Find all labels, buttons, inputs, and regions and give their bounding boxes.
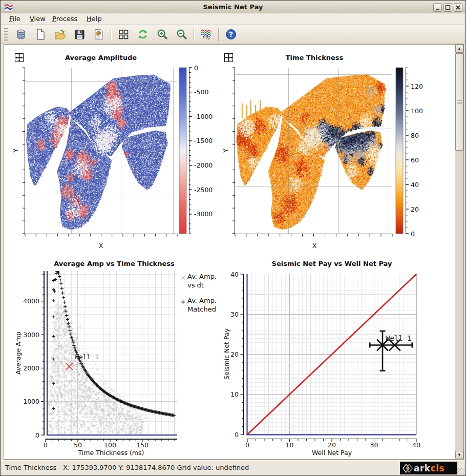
map2-title: Time Thickness xyxy=(286,54,344,61)
zoom-in-icon xyxy=(156,28,168,40)
netpay-xlabel: Well Net Pay xyxy=(312,449,352,457)
toolbar-separator xyxy=(111,28,112,41)
colorbar-tick: -1000 xyxy=(194,113,213,120)
average-amplitude-map-canvas[interactable] xyxy=(25,68,177,234)
titlebar[interactable]: Seismic Net Pay xyxy=(1,1,465,13)
svg-text:3000: 3000 xyxy=(23,331,39,339)
logo-cls: cls xyxy=(431,463,445,473)
svg-text:?: ? xyxy=(229,30,233,38)
scroll-up-button[interactable]: ▲ xyxy=(455,45,463,53)
statusbar: Time Thickness - X: 175393.9700 Y: 91381… xyxy=(1,460,465,476)
report-icon xyxy=(93,28,105,40)
svg-text:10: 10 xyxy=(230,390,239,398)
zoom-out-button[interactable] xyxy=(174,27,189,42)
maximize-button[interactable] xyxy=(443,3,452,12)
vertical-scrollbar[interactable]: ▲ ▼ xyxy=(455,45,463,459)
resize-grip[interactable] xyxy=(457,468,464,475)
database-button[interactable] xyxy=(13,27,29,42)
help-button[interactable]: ? xyxy=(223,27,239,42)
toolbar: ntg ? xyxy=(1,25,465,44)
menubar: File View Process Help xyxy=(1,13,465,25)
arkcls-logo: arkcls xyxy=(400,462,457,474)
plot-panel: 0-500-1000-1500-2000-2500-30001201008060… xyxy=(4,45,455,459)
svg-text:0: 0 xyxy=(235,431,239,439)
netpay-title: Seismic Net Pay vs Well Net Pay xyxy=(272,260,392,267)
content-area: 0-500-1000-1500-2000-2500-30001201008060… xyxy=(4,44,464,460)
svg-text:1000: 1000 xyxy=(23,398,39,405)
map1-xlabel: X xyxy=(99,242,103,250)
colorbar-tick: -2500 xyxy=(194,186,213,194)
colorbar-tick: -500 xyxy=(194,88,208,96)
colorbar-tick: -2000 xyxy=(194,161,213,169)
arkcls-diamond-icon xyxy=(402,463,414,474)
crossplot-canvas[interactable] xyxy=(46,271,177,435)
toolbar-separator xyxy=(194,28,195,41)
ntg-button[interactable]: ntg xyxy=(199,27,214,42)
app-window: Seismic Net Pay File View Process Help xyxy=(0,0,466,476)
open-button[interactable] xyxy=(52,27,68,42)
svg-text:10: 10 xyxy=(286,441,294,449)
svg-text:50: 50 xyxy=(74,441,82,449)
svg-text:Well 1: Well 1 xyxy=(386,334,412,342)
map2-xlabel: X xyxy=(312,242,317,250)
toolbar-drag-handle[interactable] xyxy=(4,28,8,41)
pan-icon[interactable] xyxy=(15,53,24,64)
svg-text:100: 100 xyxy=(104,441,116,449)
help-icon: ? xyxy=(225,28,237,40)
zoom-in-button[interactable] xyxy=(155,27,170,42)
legend-item: Av. Amp. Matched xyxy=(181,296,228,314)
colorbar-tick: 0 xyxy=(194,64,198,72)
refresh-button[interactable] xyxy=(135,27,151,42)
pan-icon[interactable] xyxy=(224,53,233,64)
time-thickness-map-canvas[interactable] xyxy=(235,68,392,234)
svg-text:0: 0 xyxy=(35,431,39,439)
crossplot-legend: Av. Amp. vs dt Av. Amp. Matched xyxy=(181,272,228,320)
minimize-button[interactable] xyxy=(433,3,442,12)
colorbar-tick: 20 xyxy=(411,205,419,213)
save-button[interactable] xyxy=(72,27,87,42)
svg-text:0: 0 xyxy=(44,441,48,449)
new-document-button[interactable] xyxy=(33,27,48,42)
svg-text:30: 30 xyxy=(370,441,378,449)
crossplot-ylabel: Average Amp xyxy=(14,332,22,375)
tile-windows-button[interactable] xyxy=(116,27,131,42)
svg-text:2000: 2000 xyxy=(23,364,39,372)
colorbar-tick: 120 xyxy=(411,82,423,90)
crossplot-title: Average Amp vs Time Thickness xyxy=(54,260,175,267)
legend-label: Av. Amp. vs dt xyxy=(187,272,217,289)
colorbar-tick: 80 xyxy=(411,132,419,139)
svg-text:4000: 4000 xyxy=(23,297,39,305)
plus-marker-icon xyxy=(181,296,187,314)
save-icon xyxy=(73,28,86,40)
zoom-out-icon xyxy=(176,28,188,40)
ntg-label: ntg xyxy=(203,35,209,39)
legend-label: Av. Amp. Matched xyxy=(187,296,217,314)
open-folder-icon xyxy=(54,28,66,40)
close-button[interactable] xyxy=(454,3,462,12)
tile-windows-icon xyxy=(117,28,130,40)
refresh-icon xyxy=(137,28,149,40)
svg-text:20: 20 xyxy=(230,350,239,358)
map2-ylabel: Y xyxy=(222,149,229,153)
colorbar-tick: 100 xyxy=(411,107,423,115)
svg-text:30: 30 xyxy=(230,311,239,318)
logo-ark: ark xyxy=(414,463,431,473)
toolbar-separator xyxy=(218,28,219,41)
menu-view[interactable]: View xyxy=(27,13,48,25)
scrollbar-thumb[interactable] xyxy=(455,53,463,151)
svg-text:0: 0 xyxy=(245,441,249,449)
legend-item: Av. Amp. vs dt xyxy=(181,272,228,289)
map1-ylabel: Y xyxy=(12,149,19,153)
menu-file[interactable]: File xyxy=(7,13,23,25)
x-marker-icon xyxy=(181,272,187,289)
report-button[interactable] xyxy=(91,27,107,42)
menu-help[interactable]: Help xyxy=(84,13,104,25)
menu-process[interactable]: Process xyxy=(50,13,80,25)
scroll-down-button[interactable]: ▼ xyxy=(455,451,463,459)
colorbar-tick: 60 xyxy=(411,156,419,164)
colorbar-tick: 0 xyxy=(411,230,415,238)
database-icon xyxy=(15,28,27,40)
status-text: Time Thickness - X: 175393.9700 Y: 91381… xyxy=(5,461,249,475)
crossplot-xlabel: Time Thickness (ms) xyxy=(78,449,144,457)
map1-title: Average Amplitude xyxy=(65,54,137,61)
